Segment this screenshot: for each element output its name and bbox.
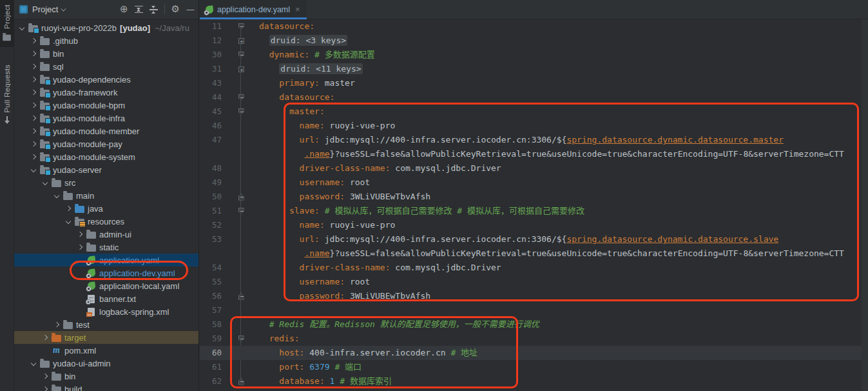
fold-marker-plus[interactable] (223, 62, 259, 76)
tree-item-yudao-server[interactable]: yudao-server (14, 163, 198, 176)
chevron-right-icon[interactable] (28, 129, 39, 133)
fold-marker-open[interactable] (223, 90, 259, 105)
locate-file-icon[interactable]: ⊕ (120, 5, 128, 14)
chevron-right-icon[interactable] (28, 155, 39, 159)
tree-item-banner-txt[interactable]: banner.txt (14, 292, 198, 305)
tree-item-logback-spring-xml[interactable]: logback-spring.xml (14, 305, 198, 318)
tree-item-yudao-module-system[interactable]: yudao-module-system (14, 150, 198, 163)
toolwindow-tab-project[interactable]: Project (0, 0, 14, 47)
code-editor[interactable]: 11datasource:12 druid: <3 keys>30 dynami… (200, 19, 868, 391)
code-line-43[interactable]: 43 primary: master (200, 76, 868, 90)
tree-item-main[interactable]: main (14, 189, 198, 202)
fold-marker-close[interactable] (223, 374, 259, 388)
tab-application-dev-yaml[interactable]: application-dev.yaml × (200, 0, 307, 19)
tree-item-sql[interactable]: sql (14, 60, 198, 73)
chevron-right-icon[interactable] (63, 206, 74, 210)
chevron-right-icon[interactable] (39, 374, 51, 378)
code-line-12[interactable]: 12 druid: <3 keys> (200, 34, 868, 48)
code-line-31[interactable]: 31 druid: <11 keys> (200, 62, 868, 76)
chevron-down-icon[interactable] (28, 168, 39, 172)
chevron-right-icon[interactable] (28, 65, 39, 68)
chevron-down-icon[interactable] (61, 6, 66, 11)
tree-item-application-local-yaml[interactable]: application-local.yaml (14, 279, 198, 292)
editor-scrollbar[interactable] (862, 19, 868, 391)
code-line-30[interactable]: 30 dynamic: # 多数据源配置 (200, 48, 868, 62)
tree-item-yudao-module-member[interactable]: yudao-module-member (14, 125, 198, 137)
tree-item-yudao-module-bpm[interactable]: yudao-module-bpm (14, 99, 198, 112)
expand-all-icon[interactable] (135, 6, 143, 14)
code-line-58[interactable]: 58 # Redis 配置。Redisson 默认的配置足够使用，一般不需要进行… (200, 317, 868, 332)
tree-item-yudao-module-pay[interactable]: yudao-module-pay (14, 137, 198, 150)
tree-item-application-dev-yaml[interactable]: application-dev.yaml (14, 266, 198, 279)
tree-item-build[interactable]: build (14, 383, 198, 391)
code-line-47[interactable]: 47 url: jdbc:mysql://400-infra.server.io… (200, 133, 868, 147)
tree-item-yudao-ui-admin[interactable]: yudao-ui-admin (14, 357, 198, 370)
tree-item-static[interactable]: static (14, 241, 198, 254)
tree-item-java[interactable]: java (14, 202, 198, 215)
tree-item-yudao-framework[interactable]: yudao-framework (14, 86, 198, 99)
tree-item-pom-xml[interactable]: mpom.xml (14, 344, 198, 357)
chevron-right-icon[interactable] (28, 90, 39, 94)
chevron-right-icon[interactable] (28, 142, 39, 146)
chevron-right-icon[interactable] (28, 116, 39, 120)
fold-marker-open[interactable] (223, 332, 259, 346)
code-line-57[interactable]: 57 (200, 303, 868, 317)
chevron-right-icon[interactable] (74, 232, 86, 236)
tree-item-yudao-module-infra[interactable]: yudao-module-infra (14, 112, 198, 125)
tree-item-application-yaml[interactable]: application.yaml (14, 254, 198, 266)
code-line-wrap[interactable]: .name}?useSSL=false&allowPublicKeyRetrie… (200, 246, 868, 261)
project-panel-title[interactable]: Project (32, 5, 58, 14)
chevron-right-icon[interactable] (28, 103, 39, 107)
fold-marker-open[interactable] (223, 48, 259, 62)
settings-gear-icon[interactable]: ⚙ (171, 5, 180, 14)
tree-item--github[interactable]: .github (14, 34, 198, 47)
chevron-right-icon[interactable] (74, 245, 86, 249)
chevron-down-icon[interactable] (16, 26, 28, 30)
code-line-49[interactable]: 49 username: root (200, 175, 868, 190)
code-line-52[interactable]: 52 name: ruoyi-vue-pro (200, 218, 868, 232)
code-line-46[interactable]: 46 name: ruoyi-vue-pro (200, 119, 868, 133)
chevron-right-icon[interactable] (39, 387, 51, 391)
code-line-62[interactable]: 62 database: 1 # 数据库索引 (200, 374, 868, 388)
code-line-55[interactable]: 55 username: root (200, 275, 868, 289)
code-line-61[interactable]: 61 port: 6379 # 端口 (200, 360, 868, 374)
tree-item-test[interactable]: test (14, 318, 198, 331)
code-line-54[interactable]: 54 driver-class-name: com.mysql.jdbc.Dri… (200, 261, 868, 275)
code-line-45[interactable]: 45 master: (200, 105, 868, 119)
tree-item-bin[interactable]: bin (14, 370, 198, 383)
tree-item-admin-ui[interactable]: admin-ui (14, 228, 198, 241)
toolwindow-tab-pull-requests[interactable]: Pull Requests (0, 60, 14, 130)
tree-item-target[interactable]: target (14, 331, 198, 344)
tree-item-ruoyi-vue-pro-2022b[interactable]: ruoyi-vue-pro-2022b[yudao]~/Java/ru (14, 21, 198, 34)
code-line-60[interactable]: 60 host: 400-infra.server.iocoder.cn # 地… (200, 346, 868, 360)
code-line-56[interactable]: 56 password: 3WLiVUBEwTbvAfsh (200, 289, 868, 303)
code-line-wrap[interactable]: .name}?useSSL=false&allowPublicKeyRetrie… (200, 147, 868, 161)
tree-item-src[interactable]: src (14, 176, 198, 189)
chevron-down-icon[interactable] (51, 194, 63, 197)
chevron-right-icon[interactable] (28, 77, 39, 81)
fold-marker-open[interactable] (223, 19, 259, 34)
code-line-48[interactable]: 48 driver-class-name: com.mysql.jdbc.Dri… (200, 161, 868, 175)
tree-item-yudao-dependencies[interactable]: yudao-dependencies (14, 73, 198, 86)
code-line-59[interactable]: 59 redis: (200, 332, 868, 346)
fold-marker-close[interactable] (223, 190, 259, 204)
tree-item-resources[interactable]: resources (14, 215, 198, 228)
code-line-53[interactable]: 53 url: jdbc:mysql://400-infra.server.io… (200, 232, 868, 246)
chevron-down-icon[interactable] (28, 361, 39, 365)
chevron-down-icon[interactable] (39, 181, 51, 185)
chevron-down-icon[interactable] (63, 219, 74, 223)
fold-marker-open[interactable] (223, 105, 259, 119)
chevron-right-icon[interactable] (51, 323, 63, 326)
fold-marker-open[interactable] (223, 204, 259, 218)
fold-marker-close[interactable] (223, 289, 259, 303)
code-line-11[interactable]: 11datasource: (200, 19, 868, 34)
close-icon[interactable]: × (295, 5, 300, 14)
chevron-right-icon[interactable] (39, 336, 51, 339)
fold-marker-plus[interactable] (223, 34, 259, 48)
chevron-right-icon[interactable] (28, 52, 39, 55)
code-line-51[interactable]: 51 slave: # 模拟从库，可根据自己需要修改 # 模拟从库，可根据自己需… (200, 204, 868, 218)
collapse-all-icon[interactable] (149, 6, 158, 14)
tree-item-bin[interactable]: bin (14, 47, 198, 60)
chevron-right-icon[interactable] (28, 39, 39, 43)
code-line-50[interactable]: 50 password: 3WLiVUBEwTbvAfsh (200, 190, 868, 204)
